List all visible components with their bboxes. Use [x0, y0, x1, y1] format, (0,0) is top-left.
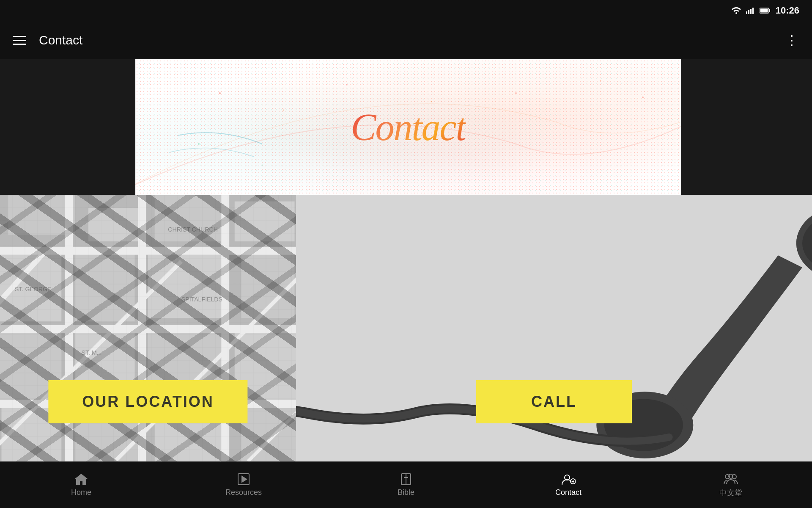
nav-item-bible[interactable]: Bible: [325, 473, 487, 497]
svg-point-12: [515, 92, 517, 94]
svg-line-51: [0, 262, 181, 462]
svg-rect-22: [235, 202, 295, 242]
app-bar: Contact ⋮: [0, 21, 812, 59]
call-button[interactable]: CALL: [476, 380, 632, 423]
call-panel[interactable]: CALL: [296, 195, 812, 461]
nav-label-contact: Contact: [555, 488, 582, 497]
nav-item-resources[interactable]: Resources: [162, 473, 325, 497]
svg-marker-67: [242, 476, 247, 482]
location-panel[interactable]: CHRIST CHURCH ST. GEORGE CHRIST CHURCH S…: [0, 195, 296, 461]
svg-line-52: [115, 262, 296, 462]
svg-line-50: [0, 248, 48, 395]
nav-label-bible: Bible: [398, 488, 414, 497]
svg-point-16: [262, 165, 263, 166]
svg-text:CHRIST CHURCH: CHRIST CHURCH: [168, 226, 218, 233]
nav-item-contact[interactable]: Contact: [487, 473, 650, 497]
svg-rect-28: [241, 248, 295, 318]
svg-rect-25: [0, 255, 61, 322]
svg-rect-20: [88, 208, 141, 242]
overflow-menu-icon[interactable]: ⋮: [785, 32, 799, 48]
play-icon: [237, 473, 250, 486]
page-title: Contact: [39, 33, 785, 47]
contact-icon: [561, 473, 576, 486]
bible-icon: [400, 473, 412, 486]
svg-rect-2: [748, 10, 749, 14]
hamburger-menu-icon[interactable]: [13, 36, 26, 45]
svg-rect-19: [8, 195, 75, 235]
svg-rect-6: [769, 9, 770, 12]
nav-item-home[interactable]: Home: [0, 473, 162, 497]
svg-point-10: [346, 84, 348, 86]
our-location-button[interactable]: OUR LOCATION: [48, 380, 247, 423]
hero-banner: Contact: [135, 59, 681, 195]
bottom-navigation: Home Resources Bible Contact: [0, 461, 812, 508]
svg-point-0: [735, 12, 737, 14]
signal-icon: [746, 7, 754, 14]
nav-label-home: Home: [71, 488, 91, 497]
svg-point-9: [283, 110, 284, 111]
wifi-icon: [732, 7, 741, 14]
svg-rect-27: [148, 255, 228, 318]
hero-title: Contact: [351, 105, 466, 149]
battery-icon: [760, 7, 771, 14]
svg-point-14: [642, 97, 644, 98]
svg-rect-40: [241, 405, 296, 461]
svg-rect-21: [155, 195, 222, 241]
nav-label-chinese: 中文堂: [719, 488, 742, 498]
svg-rect-26: [75, 248, 135, 321]
svg-line-53: [248, 328, 296, 461]
svg-rect-43: [0, 325, 296, 333]
group-icon: [723, 472, 738, 485]
svg-rect-7: [760, 9, 768, 13]
svg-point-11: [431, 101, 432, 102]
svg-rect-42: [0, 247, 296, 255]
home-icon: [74, 473, 88, 486]
svg-point-8: [219, 92, 221, 94]
svg-rect-3: [750, 9, 752, 14]
nav-item-chinese[interactable]: 中文堂: [650, 472, 812, 498]
nav-label-resources: Resources: [225, 488, 262, 497]
svg-rect-4: [752, 8, 754, 14]
svg-text:ST. GEORGE: ST. GEORGE: [15, 286, 52, 293]
svg-text:SPITALFIELDS: SPITALFIELDS: [181, 296, 222, 303]
status-icons: [732, 7, 771, 14]
svg-text:ST. M...: ST. M...: [81, 349, 102, 356]
svg-rect-1: [746, 11, 747, 14]
svg-point-15: [198, 143, 200, 145]
main-content: Contact: [0, 59, 812, 461]
svg-point-13: [600, 80, 601, 81]
status-bar: 10:26: [0, 0, 812, 21]
panels-row: CHRIST CHURCH ST. GEORGE CHRIST CHURCH S…: [0, 195, 812, 461]
status-time: 10:26: [776, 5, 799, 16]
